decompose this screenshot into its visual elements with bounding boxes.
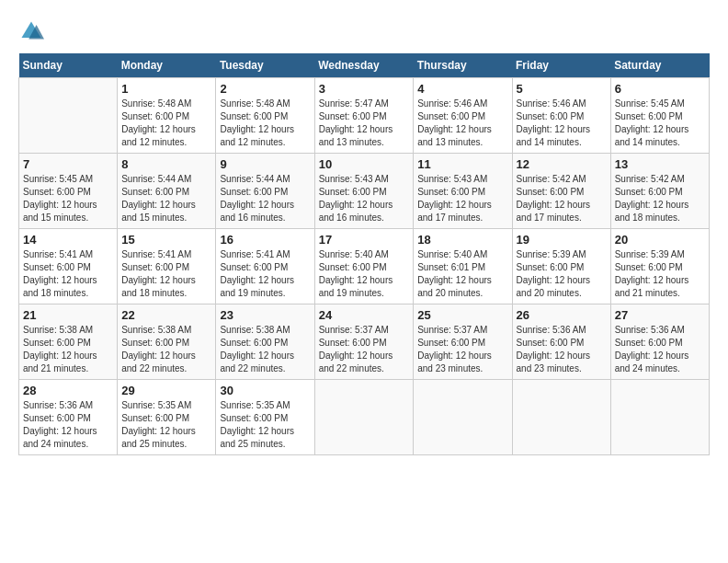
logo — [18, 18, 46, 44]
calendar-cell: 22Sunrise: 5:38 AMSunset: 6:00 PMDayligh… — [118, 304, 216, 380]
calendar-cell: 7Sunrise: 5:45 AMSunset: 6:00 PMDaylight… — [19, 154, 118, 229]
header-day-tuesday: Tuesday — [216, 53, 314, 78]
day-info: Sunrise: 5:39 AMSunset: 6:00 PMDaylight:… — [615, 248, 705, 300]
calendar-cell: 3Sunrise: 5:47 AMSunset: 6:00 PMDaylight… — [314, 78, 414, 154]
calendar-cell: 14Sunrise: 5:41 AMSunset: 6:00 PMDayligh… — [19, 229, 118, 304]
day-info: Sunrise: 5:38 AMSunset: 6:00 PMDaylight:… — [220, 324, 310, 375]
calendar-cell: 6Sunrise: 5:45 AMSunset: 6:00 PMDaylight… — [610, 78, 709, 154]
day-number: 9 — [220, 157, 310, 171]
header-day-monday: Monday — [118, 53, 216, 78]
header-day-saturday: Saturday — [610, 53, 709, 78]
day-info: Sunrise: 5:35 AMSunset: 6:00 PMDaylight:… — [121, 399, 211, 451]
day-info: Sunrise: 5:38 AMSunset: 6:00 PMDaylight:… — [121, 324, 211, 375]
calendar-cell — [19, 78, 118, 154]
day-number: 21 — [23, 308, 113, 322]
day-number: 18 — [417, 233, 507, 247]
day-number: 24 — [319, 308, 410, 322]
calendar-cell: 23Sunrise: 5:38 AMSunset: 6:00 PMDayligh… — [216, 304, 314, 380]
day-number: 14 — [23, 233, 113, 247]
day-info: Sunrise: 5:44 AMSunset: 6:00 PMDaylight:… — [121, 173, 211, 224]
day-info: Sunrise: 5:42 AMSunset: 6:00 PMDaylight:… — [615, 173, 705, 224]
day-info: Sunrise: 5:39 AMSunset: 6:00 PMDaylight:… — [517, 248, 607, 300]
header-day-friday: Friday — [512, 53, 610, 78]
week-row-3: 14Sunrise: 5:41 AMSunset: 6:00 PMDayligh… — [19, 229, 710, 304]
day-info: Sunrise: 5:45 AMSunset: 6:00 PMDaylight:… — [23, 173, 113, 224]
day-number: 12 — [517, 157, 607, 171]
calendar-cell: 30Sunrise: 5:35 AMSunset: 6:00 PMDayligh… — [216, 380, 314, 455]
day-info: Sunrise: 5:41 AMSunset: 6:00 PMDaylight:… — [121, 248, 211, 300]
day-info: Sunrise: 5:36 AMSunset: 6:00 PMDaylight:… — [615, 324, 705, 375]
day-number: 3 — [319, 82, 410, 96]
calendar-cell: 26Sunrise: 5:36 AMSunset: 6:00 PMDayligh… — [512, 304, 610, 380]
calendar-cell: 16Sunrise: 5:41 AMSunset: 6:00 PMDayligh… — [216, 229, 314, 304]
header-day-thursday: Thursday — [414, 53, 512, 78]
day-number: 26 — [517, 308, 607, 322]
day-number: 2 — [220, 82, 310, 96]
week-row-2: 7Sunrise: 5:45 AMSunset: 6:00 PMDaylight… — [19, 154, 710, 229]
day-number: 4 — [417, 82, 507, 96]
day-number: 15 — [121, 233, 211, 247]
calendar-cell: 15Sunrise: 5:41 AMSunset: 6:00 PMDayligh… — [118, 229, 216, 304]
header-day-wednesday: Wednesday — [314, 53, 414, 78]
day-info: Sunrise: 5:41 AMSunset: 6:00 PMDaylight:… — [23, 248, 113, 300]
day-number: 27 — [615, 308, 705, 322]
day-number: 25 — [417, 308, 507, 322]
day-number: 22 — [121, 308, 211, 322]
day-number: 20 — [615, 233, 705, 247]
day-info: Sunrise: 5:41 AMSunset: 6:00 PMDaylight:… — [220, 248, 310, 300]
day-info: Sunrise: 5:40 AMSunset: 6:01 PMDaylight:… — [417, 248, 507, 300]
day-info: Sunrise: 5:48 AMSunset: 6:00 PMDaylight:… — [121, 98, 211, 149]
day-number: 5 — [517, 82, 607, 96]
week-row-4: 21Sunrise: 5:38 AMSunset: 6:00 PMDayligh… — [19, 304, 710, 380]
calendar-cell: 20Sunrise: 5:39 AMSunset: 6:00 PMDayligh… — [610, 229, 709, 304]
calendar-cell: 29Sunrise: 5:35 AMSunset: 6:00 PMDayligh… — [118, 380, 216, 455]
calendar-cell — [512, 380, 610, 455]
calendar-cell — [414, 380, 512, 455]
day-info: Sunrise: 5:38 AMSunset: 6:00 PMDaylight:… — [23, 324, 113, 375]
calendar-body: 1Sunrise: 5:48 AMSunset: 6:00 PMDaylight… — [19, 78, 710, 455]
day-number: 28 — [23, 384, 113, 397]
calendar-cell: 24Sunrise: 5:37 AMSunset: 6:00 PMDayligh… — [314, 304, 414, 380]
calendar-cell: 25Sunrise: 5:37 AMSunset: 6:00 PMDayligh… — [414, 304, 512, 380]
calendar-cell: 4Sunrise: 5:46 AMSunset: 6:00 PMDaylight… — [414, 78, 512, 154]
day-number: 10 — [319, 157, 410, 171]
day-info: Sunrise: 5:43 AMSunset: 6:00 PMDaylight:… — [417, 173, 507, 224]
calendar-cell: 8Sunrise: 5:44 AMSunset: 6:00 PMDaylight… — [118, 154, 216, 229]
day-info: Sunrise: 5:36 AMSunset: 6:00 PMDaylight:… — [517, 324, 607, 375]
week-row-1: 1Sunrise: 5:48 AMSunset: 6:00 PMDaylight… — [19, 78, 710, 154]
day-info: Sunrise: 5:47 AMSunset: 6:00 PMDaylight:… — [319, 98, 410, 149]
day-info: Sunrise: 5:46 AMSunset: 6:00 PMDaylight:… — [417, 98, 507, 149]
day-info: Sunrise: 5:45 AMSunset: 6:00 PMDaylight:… — [615, 98, 705, 149]
day-number: 30 — [220, 384, 310, 397]
header-row: SundayMondayTuesdayWednesdayThursdayFrid… — [19, 53, 710, 78]
day-info: Sunrise: 5:44 AMSunset: 6:00 PMDaylight:… — [220, 173, 310, 224]
day-info: Sunrise: 5:36 AMSunset: 6:00 PMDaylight:… — [23, 399, 113, 451]
day-info: Sunrise: 5:48 AMSunset: 6:00 PMDaylight:… — [220, 98, 310, 149]
day-number: 29 — [121, 384, 211, 397]
calendar-cell — [610, 380, 709, 455]
day-number: 13 — [615, 157, 705, 171]
calendar-cell — [314, 380, 414, 455]
header-day-sunday: Sunday — [19, 53, 118, 78]
day-info: Sunrise: 5:40 AMSunset: 6:00 PMDaylight:… — [319, 248, 410, 300]
calendar-table: SundayMondayTuesdayWednesdayThursdayFrid… — [18, 53, 710, 455]
calendar-cell: 17Sunrise: 5:40 AMSunset: 6:00 PMDayligh… — [314, 229, 414, 304]
day-info: Sunrise: 5:37 AMSunset: 6:00 PMDaylight:… — [417, 324, 507, 375]
calendar-cell: 5Sunrise: 5:46 AMSunset: 6:00 PMDaylight… — [512, 78, 610, 154]
calendar-cell: 19Sunrise: 5:39 AMSunset: 6:00 PMDayligh… — [512, 229, 610, 304]
day-number: 7 — [23, 157, 113, 171]
day-info: Sunrise: 5:46 AMSunset: 6:00 PMDaylight:… — [517, 98, 607, 149]
page-header — [18, 18, 710, 44]
calendar-cell: 13Sunrise: 5:42 AMSunset: 6:00 PMDayligh… — [610, 154, 709, 229]
calendar-cell: 27Sunrise: 5:36 AMSunset: 6:00 PMDayligh… — [610, 304, 709, 380]
calendar-cell: 1Sunrise: 5:48 AMSunset: 6:00 PMDaylight… — [118, 78, 216, 154]
day-info: Sunrise: 5:37 AMSunset: 6:00 PMDaylight:… — [319, 324, 410, 375]
calendar-cell: 10Sunrise: 5:43 AMSunset: 6:00 PMDayligh… — [314, 154, 414, 229]
day-number: 8 — [121, 157, 211, 171]
day-number: 19 — [517, 233, 607, 247]
calendar-header: SundayMondayTuesdayWednesdayThursdayFrid… — [19, 53, 710, 78]
logo-icon — [18, 18, 44, 44]
calendar-cell: 18Sunrise: 5:40 AMSunset: 6:01 PMDayligh… — [414, 229, 512, 304]
day-number: 16 — [220, 233, 310, 247]
calendar-cell: 2Sunrise: 5:48 AMSunset: 6:00 PMDaylight… — [216, 78, 314, 154]
